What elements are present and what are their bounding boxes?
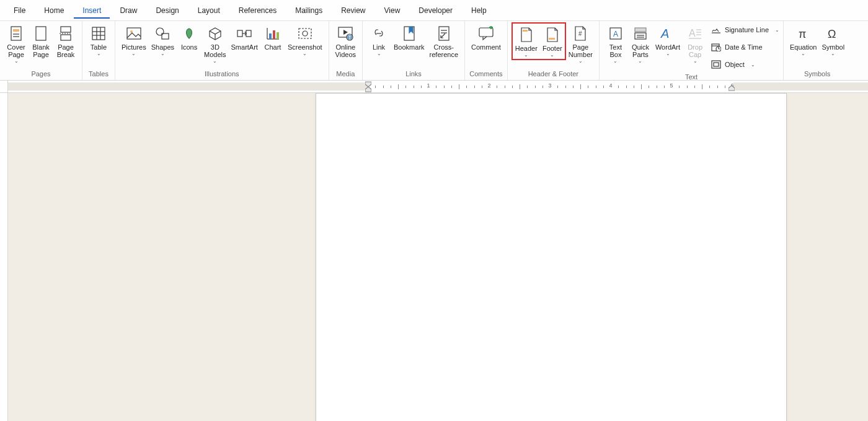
smartart-button[interactable]: SmartArt (229, 22, 260, 52)
chart-icon (265, 25, 280, 42)
signature-line-icon (711, 25, 721, 34)
svg-rect-42 (523, 30, 528, 32)
svg-rect-24 (269, 33, 272, 39)
svg-rect-25 (273, 30, 275, 39)
svg-text:A: A (613, 30, 618, 38)
table-icon (91, 25, 106, 42)
cube-icon (208, 25, 223, 42)
cover-page-icon (9, 25, 23, 42)
group-label-pages: Pages (4, 69, 78, 80)
header-icon (520, 26, 533, 43)
page-break-button[interactable]: Page Break (53, 22, 78, 60)
comment-button[interactable]: Comment (469, 22, 503, 52)
document-canvas[interactable] (8, 93, 868, 421)
svg-text:A: A (689, 28, 696, 38)
svg-marker-67 (365, 82, 371, 87)
equation-button[interactable]: π Equation ⌄ (787, 22, 819, 58)
blank-page-button[interactable]: Blank Page (29, 22, 53, 60)
drop-cap-button[interactable]: A Drop Cap ⌄ (683, 22, 707, 65)
pictures-button[interactable]: Pictures ⌄ (119, 22, 149, 58)
menu-layout[interactable]: Layout (189, 2, 229, 19)
wordart-button[interactable]: A WordArt ⌄ (653, 22, 683, 58)
menu-help[interactable]: Help (463, 2, 495, 19)
vertical-ruler[interactable] (0, 93, 8, 421)
ruler-num-3: 3 (548, 82, 551, 89)
menu-mailings[interactable]: Mailings (286, 2, 331, 19)
menu-view[interactable]: View (376, 2, 409, 19)
svg-line-38 (441, 33, 445, 38)
first-line-indent-marker[interactable] (365, 81, 371, 92)
cross-reference-button[interactable]: Cross- reference (427, 22, 461, 60)
menu-file[interactable]: File (5, 2, 34, 19)
menu-draw[interactable]: Draw (111, 2, 146, 19)
svg-marker-30 (343, 30, 348, 35)
text-box-icon: A (608, 25, 623, 42)
group-label-symbols: Symbols (787, 69, 847, 80)
svg-rect-1 (13, 29, 19, 32)
footer-button[interactable]: Footer ⌄ (540, 24, 565, 59)
signature-line-button[interactable]: Signature Line ⌄ (711, 22, 779, 37)
menu-home[interactable]: Home (35, 2, 73, 19)
online-videos-button[interactable]: Online Videos (333, 22, 358, 60)
svg-rect-64 (714, 63, 719, 66)
icons-button[interactable]: Icons (177, 22, 202, 52)
bookmark-button[interactable]: Bookmark (391, 22, 427, 52)
date-time-button[interactable]: Date & Time (711, 40, 779, 55)
svg-rect-27 (299, 29, 311, 38)
svg-marker-69 (728, 86, 735, 91)
online-video-icon (337, 25, 353, 42)
group-symbols: π Equation ⌄ Ω Symbol ⌄ Symbols (784, 21, 851, 80)
group-header-footer: Header ⌄ Footer ⌄ # Page Number ⌄ (508, 21, 600, 80)
3d-models-button[interactable]: 3D Models ⌄ (202, 22, 228, 65)
svg-rect-4 (36, 27, 46, 40)
text-box-button[interactable]: A Text Box ⌄ (603, 22, 628, 65)
menu-references[interactable]: References (230, 2, 285, 19)
svg-text:#: # (578, 30, 582, 37)
link-button[interactable]: Link ⌄ (366, 22, 391, 58)
smartart-icon (236, 25, 252, 42)
document-page[interactable] (316, 93, 787, 421)
ruler-num-2: 2 (487, 82, 490, 89)
horizontal-ruler[interactable]: 1 2 3 4 5 6 (0, 81, 868, 93)
group-label-comments: Comments (469, 69, 503, 80)
menu-design[interactable]: Design (147, 2, 187, 19)
header-button[interactable]: Header ⌄ (513, 24, 540, 59)
menu-insert[interactable]: Insert (74, 2, 110, 19)
symbol-button[interactable]: Ω Symbol ⌄ (819, 22, 847, 58)
svg-rect-6 (61, 35, 71, 40)
table-button[interactable]: Table ⌄ (86, 22, 111, 58)
group-tables: Table ⌄ Tables (82, 21, 115, 80)
group-label-header-footer: Header & Footer (512, 69, 595, 80)
shapes-button[interactable]: Shapes ⌄ (149, 22, 177, 58)
screenshot-icon (297, 25, 313, 42)
footer-icon (546, 26, 559, 43)
ruler-num-1: 1 (427, 82, 430, 89)
page-number-icon: # (574, 25, 587, 42)
menu-developer[interactable]: Developer (410, 2, 461, 19)
svg-rect-5 (61, 27, 71, 32)
icons-icon (182, 25, 197, 42)
page-break-icon (59, 25, 73, 42)
blank-page-icon (34, 25, 48, 42)
chart-button[interactable]: Chart (260, 22, 285, 52)
quick-parts-button[interactable]: Quick Parts ⌄ (628, 22, 653, 65)
group-label-media: Media (333, 69, 358, 80)
header-footer-highlight: Header ⌄ Footer ⌄ (512, 22, 566, 60)
page-number-button[interactable]: # Page Number ⌄ (566, 22, 595, 65)
group-label-links: Links (366, 69, 461, 80)
svg-rect-48 (635, 33, 646, 39)
screenshot-button[interactable]: Screenshot ⌄ (285, 22, 325, 58)
object-button[interactable]: Object ⌄ (711, 57, 779, 72)
pictures-icon (126, 25, 142, 42)
bookmark-icon (402, 25, 416, 42)
svg-rect-47 (635, 28, 646, 32)
cover-page-button[interactable]: Cover Page ⌄ (4, 22, 29, 65)
menu-review[interactable]: Review (332, 2, 374, 19)
svg-rect-20 (246, 30, 251, 37)
date-time-icon (711, 43, 721, 51)
right-indent-marker[interactable] (728, 86, 735, 92)
svg-rect-39 (479, 28, 493, 37)
svg-point-28 (303, 31, 308, 36)
svg-rect-43 (549, 38, 555, 40)
group-text: A Text Box ⌄ Quick Parts ⌄ A WordArt ⌄ (600, 21, 784, 80)
